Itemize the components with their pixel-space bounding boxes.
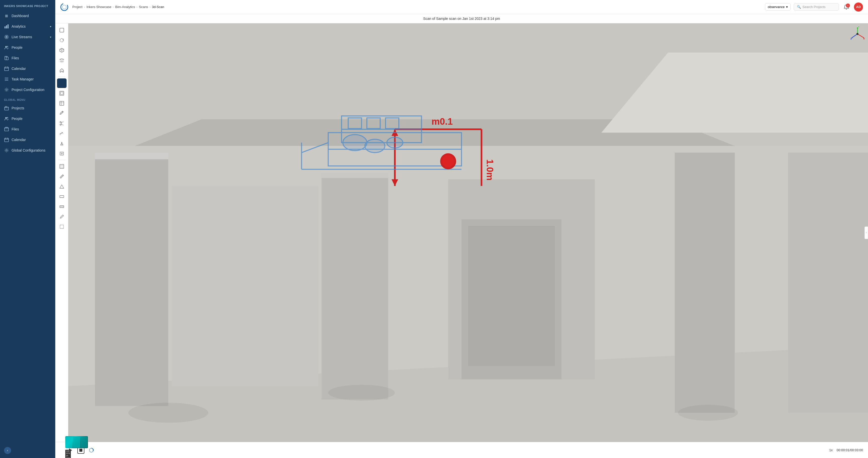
- breadcrumb-sep-3: ›: [136, 5, 137, 8]
- scan-title: Scan of Sample scan on Jan 1st 2023 at 3…: [55, 14, 868, 23]
- breadcrumb-inkers[interactable]: Inkers Showcase: [86, 5, 111, 9]
- breadcrumb-sep-2: ›: [113, 5, 114, 8]
- loop-button[interactable]: [87, 446, 95, 454]
- tool-map-view[interactable]: [57, 98, 67, 108]
- fps-label: 120 FPS (0-121): [65, 450, 71, 458]
- tool-layer[interactable]: [57, 56, 67, 65]
- viewport[interactable]: 1.0m m0.1: [68, 23, 868, 442]
- sidebar-nav-item-global-calendar[interactable]: Calendar: [0, 135, 55, 145]
- notification-button[interactable]: 1: [842, 2, 851, 11]
- time-display: 00:00:01/00:03:00: [837, 448, 863, 452]
- svg-point-75: [442, 155, 454, 167]
- sidebar-nav-item-global-config[interactable]: Global Configurations: [0, 145, 55, 155]
- tool-image-view[interactable]: [57, 88, 67, 98]
- tool-scissors[interactable]: [57, 119, 67, 128]
- sidebar-nav-item-analytics[interactable]: Analytics ▾: [0, 21, 55, 32]
- svg-text:Z: Z: [850, 37, 852, 40]
- search-box[interactable]: 🔍 Search Projects: [794, 3, 839, 10]
- viewer-main: 1.0m m0.1: [55, 23, 868, 442]
- tool-filter[interactable]: [57, 149, 67, 159]
- svg-rect-23: [60, 81, 64, 85]
- sidebar-nav-item-dashboard[interactable]: ⊞ Dashboard: [0, 10, 55, 21]
- svg-point-11: [6, 89, 7, 90]
- sidebar-nav-item-global-people[interactable]: People: [0, 113, 55, 124]
- sidebar: INKERS SHOWCASE PROJECT ⊞ Dashboard Anal…: [0, 0, 55, 458]
- tool-home[interactable]: [57, 66, 67, 75]
- svg-rect-47: [321, 173, 388, 399]
- breadcrumb-scans[interactable]: Scans: [139, 5, 148, 9]
- svg-rect-13: [5, 106, 7, 107]
- sidebar-nav-item-global-files[interactable]: Files: [0, 124, 55, 135]
- org-selector[interactable]: observance ▾: [765, 3, 790, 10]
- tool-rotate[interactable]: [57, 35, 67, 45]
- files-icon: [4, 56, 9, 61]
- sidebar-nav-item-people[interactable]: People: [0, 42, 55, 53]
- svg-rect-51: [468, 226, 555, 366]
- svg-point-76: [128, 403, 208, 423]
- sidebar-item-label: Dashboard: [11, 14, 29, 18]
- tool-download[interactable]: [57, 139, 67, 148]
- tool-cube[interactable]: [57, 46, 67, 55]
- search-placeholder: Search Projects: [802, 5, 826, 9]
- svg-rect-9: [6, 57, 8, 60]
- svg-rect-31: [61, 154, 62, 154]
- sidebar-nav-item-calendar[interactable]: Calendar: [0, 63, 55, 74]
- project-config-icon: [4, 87, 9, 92]
- sidebar-nav-item-live-streams[interactable]: Live Streams ▾: [0, 32, 55, 42]
- sidebar-item-label: People: [11, 46, 23, 50]
- tool-select[interactable]: [57, 25, 67, 35]
- sidebar-item-label: Calendar: [11, 138, 26, 142]
- tool-edit[interactable]: [57, 109, 67, 118]
- people-icon: [4, 45, 9, 50]
- app-logo: [60, 3, 68, 11]
- sidebar-item-label: Project Configuration: [11, 88, 44, 92]
- tool-pen[interactable]: [57, 212, 67, 222]
- project-title: INKERS SHOWCASE PROJECT: [0, 0, 55, 10]
- playback-speed: 1x: [829, 448, 833, 452]
- tool-strikethrough[interactable]: [57, 202, 67, 211]
- sidebar-item-label: Calendar: [11, 67, 26, 70]
- viewport-collapse-handle[interactable]: ›: [865, 227, 868, 239]
- svg-rect-54: [172, 186, 318, 386]
- svg-rect-30: [61, 153, 63, 153]
- sidebar-item-label: Analytics: [11, 24, 26, 28]
- thumb-frame-3: [81, 437, 87, 448]
- svg-text:X: X: [863, 37, 865, 40]
- svg-rect-10: [4, 67, 8, 70]
- svg-text:1.0m: 1.0m: [485, 160, 495, 181]
- tool-sidebar: [55, 23, 68, 442]
- sidebar-nav-item-task-manager[interactable]: Task Manager: [0, 74, 55, 84]
- tool-palette[interactable]: [57, 129, 67, 138]
- sidebar-item-label: People: [11, 117, 23, 121]
- svg-rect-46: [95, 152, 168, 160]
- svg-rect-38: [60, 225, 64, 229]
- avatar[interactable]: AD: [854, 2, 863, 11]
- global-config-icon: [4, 148, 9, 153]
- tool-triangle[interactable]: [57, 182, 67, 191]
- chevron-down-icon: ▾: [50, 25, 51, 28]
- svg-rect-21: [60, 28, 64, 32]
- breadcrumb-3d-scan[interactable]: 3d-Scan: [152, 5, 164, 9]
- tool-selection[interactable]: [57, 222, 67, 231]
- svg-point-68: [343, 135, 367, 150]
- global-files-icon: [4, 127, 9, 132]
- sidebar-nav-item-project-config[interactable]: Project Configuration: [0, 84, 55, 95]
- svg-point-20: [62, 5, 66, 9]
- svg-text:m0.1: m0.1: [432, 116, 453, 127]
- tool-divider-2: [58, 160, 65, 160]
- thumb-frame-2: [73, 437, 80, 448]
- sidebar-collapse-button[interactable]: ‹: [4, 447, 11, 454]
- tool-ruler[interactable]: [57, 172, 67, 181]
- tool-screenshot[interactable]: [57, 79, 67, 88]
- sidebar-item-label: Projects: [11, 106, 24, 110]
- sidebar-nav-item-projects[interactable]: Projects: [0, 103, 55, 113]
- svg-rect-53: [788, 152, 868, 413]
- breadcrumb-project[interactable]: Project: [72, 5, 82, 9]
- tool-points[interactable]: [57, 162, 67, 171]
- sidebar-nav-item-files[interactable]: Files: [0, 53, 55, 63]
- tool-crop[interactable]: [57, 192, 67, 201]
- svg-point-88: [857, 33, 859, 35]
- svg-point-70: [387, 137, 403, 148]
- breadcrumb-bim[interactable]: Bim-Analytics: [115, 5, 135, 9]
- sidebar-item-label: Global Configurations: [11, 148, 45, 152]
